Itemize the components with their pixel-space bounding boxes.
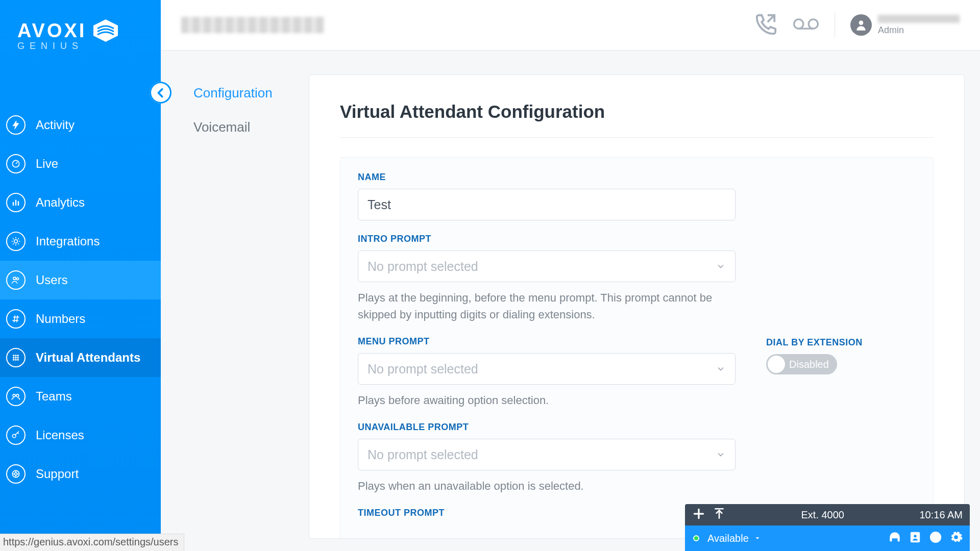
status-dot-icon [692, 534, 700, 542]
toggle-state-label: Disabled [789, 359, 829, 370]
headset-icon[interactable] [888, 531, 901, 546]
svg-point-1 [14, 240, 18, 243]
svg-point-2 [13, 277, 16, 280]
unavailable-prompt-help: Plays when an unavailable option is sele… [358, 478, 736, 494]
svg-point-19 [808, 19, 818, 29]
svg-point-8 [15, 357, 17, 359]
brand-name: AVOXI [17, 20, 86, 42]
softphone-top-bar: Ext. 4000 10:16 AM [685, 504, 970, 525]
toggle-knob [768, 356, 785, 373]
select-placeholder: No prompt selected [368, 447, 478, 462]
timeout-prompt-label: TIMEOUT PROMPT [358, 508, 736, 518]
sidebar-item-label: Support [36, 467, 79, 481]
chart-icon [6, 193, 26, 212]
status-bar-url: https://genius.avoxi.com/settings/users [0, 534, 184, 551]
sidebar-item-label: Activity [36, 118, 75, 132]
softphone-status-bar: Available [685, 525, 970, 551]
sub-nav: Configuration Voicemail [161, 51, 309, 144]
unavailable-prompt-select[interactable]: No prompt selected [358, 439, 736, 470]
intro-prompt-select[interactable]: No prompt selected [358, 251, 736, 282]
outbound-call-icon[interactable] [754, 12, 777, 38]
team-icon [6, 387, 26, 406]
select-placeholder: No prompt selected [368, 259, 478, 274]
svg-point-3 [16, 278, 18, 280]
svg-point-13 [13, 394, 15, 397]
svg-point-11 [15, 359, 17, 361]
brand-logo: AVOXI GENIUS [0, 0, 161, 72]
svg-point-7 [13, 357, 15, 359]
dial-by-extension-label: DIAL BY EXTENSION [766, 337, 916, 348]
sidebar-item-live[interactable]: Live [0, 144, 161, 183]
menu-prompt-select[interactable]: No prompt selected [358, 353, 736, 385]
svg-rect-21 [890, 538, 892, 542]
softphone-time: 10:16 AM [919, 509, 963, 521]
softphone-extension: Ext. 4000 [801, 509, 844, 521]
sidebar-item-support[interactable]: Support [0, 455, 161, 493]
name-label: NAME [358, 172, 736, 183]
svg-point-17 [15, 473, 17, 475]
subnav-item-configuration[interactable]: Configuration [193, 76, 309, 110]
sidebar-item-label: Integrations [36, 234, 100, 248]
sidebar-item-label: Teams [36, 389, 72, 404]
support-icon [6, 464, 26, 484]
contacts-icon[interactable] [909, 531, 922, 546]
dialpad-icon [6, 348, 26, 367]
chevron-down-icon [716, 261, 726, 271]
divider [340, 137, 934, 138]
sidebar-item-licenses[interactable]: Licenses [0, 416, 161, 455]
topbar: Admin [161, 0, 980, 51]
svg-point-6 [17, 355, 19, 357]
sidebar-item-analytics[interactable]: Analytics [0, 183, 161, 222]
bolt-icon [6, 115, 26, 135]
intro-prompt-label: INTRO PROMPT [358, 234, 736, 244]
svg-rect-22 [897, 538, 899, 542]
sidebar-item-integrations[interactable]: Integrations [0, 222, 161, 261]
sidebar-item-numbers[interactable]: Numbers [0, 299, 161, 338]
breadcrumb-redacted [181, 17, 324, 33]
key-icon [6, 425, 26, 445]
svg-point-10 [13, 359, 15, 361]
menu-prompt-label: MENU PROMPT [358, 336, 736, 347]
user-role: Admin [878, 25, 960, 36]
config-panel: Virtual Attendant Configuration NAME INT… [309, 74, 965, 539]
settings-icon[interactable] [949, 531, 963, 546]
user-menu[interactable]: Admin [850, 14, 960, 36]
svg-point-12 [17, 359, 19, 361]
chevron-down-icon [716, 449, 726, 460]
chevron-down-icon [716, 364, 726, 374]
brand-icon [91, 18, 120, 43]
sidebar-item-activity[interactable]: Activity [0, 106, 161, 144]
gear-icon [6, 232, 26, 251]
svg-point-9 [17, 357, 19, 359]
history-icon[interactable] [929, 531, 942, 546]
softphone-status-select[interactable]: Available [707, 533, 761, 544]
user-name-redacted [878, 15, 960, 23]
voicemail-icon[interactable] [793, 15, 819, 35]
avatar-icon [850, 14, 872, 36]
svg-point-24 [914, 534, 917, 538]
softphone-expand-button[interactable] [713, 507, 726, 523]
dial-by-extension-toggle[interactable]: Disabled [766, 354, 837, 374]
sidebar-item-label: Licenses [36, 428, 84, 442]
sidebar-item-teams[interactable]: Teams [0, 377, 161, 416]
name-input[interactable] [358, 189, 736, 220]
sidebar-nav: Activity Live Analytics Integrations Use… [0, 106, 161, 493]
sidebar-item-label: Live [36, 157, 58, 171]
svg-point-5 [15, 355, 17, 357]
softphone-status-label: Available [707, 533, 749, 544]
svg-point-15 [12, 434, 16, 438]
sidebar-item-label: Analytics [36, 195, 85, 210]
sidebar-item-label: Numbers [36, 312, 85, 326]
subnav-item-voicemail[interactable]: Voicemail [193, 110, 309, 144]
sidebar-item-virtual-attendants[interactable]: Virtual Attendants [0, 338, 161, 377]
select-placeholder: No prompt selected [368, 362, 478, 377]
svg-point-20 [859, 20, 864, 25]
sidebar: AVOXI GENIUS Activity Live Analytics Int… [0, 0, 161, 551]
svg-point-14 [16, 394, 19, 397]
unavailable-prompt-label: UNAVAILABLE PROMPT [358, 422, 736, 433]
sidebar-item-users[interactable]: Users [0, 261, 161, 299]
sidebar-item-label: Virtual Attendants [36, 350, 140, 365]
softphone-add-button[interactable] [692, 507, 705, 523]
gauge-icon [6, 154, 26, 173]
form-card: NAME INTRO PROMPT No prompt selected Pla… [340, 157, 934, 539]
